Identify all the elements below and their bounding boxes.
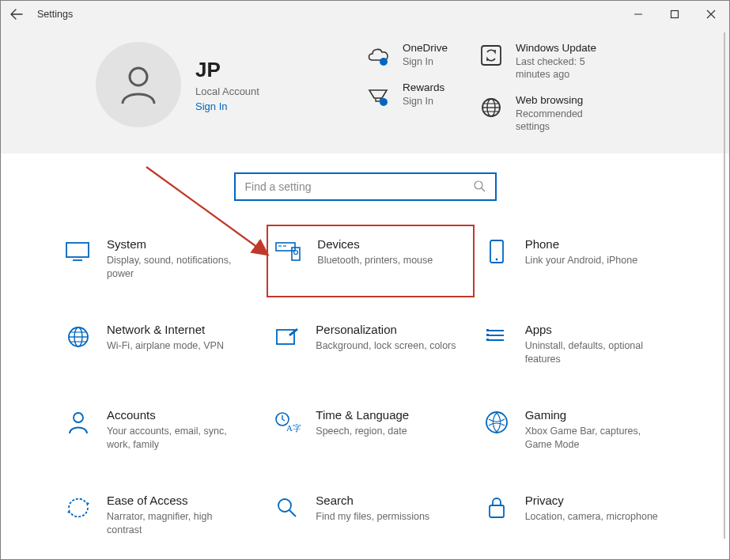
minimize-icon — [634, 9, 643, 19]
category-devices-title: Devices — [317, 237, 433, 251]
svg-rect-5 — [482, 46, 501, 65]
devices-icon — [274, 237, 303, 266]
category-apps[interactable]: Apps Uninstall, defaults, optional featu… — [479, 320, 680, 370]
window-controls — [620, 1, 729, 28]
category-accounts-sub: Your accounts, email, sync, work, family — [107, 425, 249, 452]
globe-dark-icon — [478, 94, 505, 121]
category-phone[interactable]: Phone Link your Android, iPhone — [479, 234, 680, 285]
category-personalization-title: Personalization — [316, 323, 456, 336]
accounts-icon — [64, 408, 93, 437]
category-ease-sub: Narrator, magnifier, high contrast — [107, 510, 249, 537]
user-account-type: Local Account — [195, 85, 259, 97]
svg-rect-27 — [277, 330, 294, 344]
header-panel: JP Local Account Sign In OneDrive Sig — [1, 28, 729, 153]
apps-icon — [482, 323, 511, 351]
user-block[interactable]: JP Local Account Sign In — [96, 42, 365, 127]
time-language-icon: A字 — [273, 408, 301, 437]
settings-window: Settings JP Local Account — [0, 0, 730, 560]
search-icon — [473, 180, 487, 194]
info-windows-update[interactable]: Windows Update Last checked: 5 minutes a… — [478, 42, 611, 81]
svg-text:A字: A字 — [286, 423, 301, 433]
searchbar-wrap — [1, 153, 729, 212]
svg-rect-33 — [486, 339, 489, 341]
rewards-icon — [365, 81, 391, 108]
user-name: JP — [195, 58, 259, 82]
category-search-title: Search — [316, 494, 429, 507]
maximize-button[interactable] — [656, 1, 693, 28]
svg-marker-39 — [67, 509, 70, 513]
system-icon — [64, 237, 93, 266]
info-web-browsing[interactable]: Web browsing Recommended settings — [478, 94, 611, 134]
close-button[interactable] — [693, 1, 729, 28]
info-update-sub: Last checked: 5 minutes ago — [516, 55, 611, 81]
svg-rect-32 — [486, 334, 489, 336]
category-time-sub: Speech, region, date — [316, 425, 409, 438]
category-system-sub: Display, sound, notifications, power — [107, 254, 249, 281]
category-gaming[interactable]: Gaming Xbox Game Bar, captures, Game Mod… — [479, 405, 680, 456]
category-personalization[interactable]: Personalization Background, lock screen,… — [270, 320, 471, 370]
category-accounts-title: Accounts — [107, 408, 249, 422]
svg-point-40 — [278, 499, 291, 512]
svg-rect-31 — [486, 329, 489, 331]
svg-rect-13 — [66, 243, 89, 257]
category-time-title: Time & Language — [316, 408, 409, 422]
category-apps-sub: Uninstall, defaults, optional features — [525, 339, 668, 366]
sync-icon — [478, 42, 505, 69]
category-accounts[interactable]: Accounts Your accounts, email, sync, wor… — [61, 405, 262, 456]
svg-point-21 — [495, 259, 497, 261]
category-devices-sub: Bluetooth, printers, mouse — [317, 254, 433, 267]
svg-line-12 — [482, 188, 485, 191]
scrollbar-thumb[interactable] — [724, 32, 725, 539]
search-input[interactable] — [244, 180, 473, 194]
info-rewards[interactable]: Rewards Sign In — [365, 81, 448, 108]
category-ease-title: Ease of Access — [107, 494, 249, 507]
info-onedrive[interactable]: OneDrive Sign In — [365, 42, 448, 69]
svg-rect-1 — [671, 11, 679, 18]
window-title: Settings — [32, 9, 620, 20]
category-network-sub: Wi-Fi, airplane mode, VPN — [107, 339, 224, 353]
svg-point-34 — [74, 413, 83, 422]
info-browsing-sub: Recommended settings — [516, 108, 611, 134]
category-personalization-sub: Background, lock screen, colors — [316, 339, 456, 353]
ease-of-access-icon — [64, 494, 93, 522]
svg-point-19 — [294, 251, 298, 255]
info-cards: OneDrive Sign In Rewards Sign I — [365, 42, 698, 133]
category-search-sub: Find my files, permissions — [316, 510, 429, 524]
svg-point-4 — [380, 98, 388, 106]
category-time-language[interactable]: A字 Time & Language Speech, region, date — [270, 405, 471, 456]
category-privacy[interactable]: Privacy Location, camera, microphone — [479, 490, 680, 541]
personalization-icon — [273, 323, 301, 351]
svg-point-37 — [486, 412, 507, 433]
category-privacy-sub: Location, camera, microphone — [525, 510, 658, 524]
category-apps-title: Apps — [525, 323, 668, 336]
category-search[interactable]: Search Find my files, permissions — [270, 490, 471, 541]
back-arrow-icon — [10, 8, 23, 21]
user-text: JP Local Account Sign In — [195, 58, 259, 112]
avatar — [96, 42, 181, 127]
maximize-icon — [670, 9, 679, 19]
svg-rect-42 — [490, 505, 504, 517]
svg-marker-38 — [86, 502, 89, 506]
category-ease-of-access[interactable]: Ease of Access Narrator, magnifier, high… — [61, 490, 262, 541]
category-devices[interactable]: Devices Bluetooth, printers, mouse — [267, 225, 474, 297]
category-system[interactable]: System Display, sound, notifications, po… — [61, 234, 262, 285]
category-phone-title: Phone — [525, 237, 637, 251]
minimize-button[interactable] — [620, 1, 656, 28]
scrollbar[interactable] — [720, 28, 728, 556]
user-signin-link[interactable]: Sign In — [195, 100, 259, 112]
categories-grid: System Display, sound, notifications, po… — [1, 212, 729, 549]
privacy-icon — [482, 494, 511, 522]
close-icon — [706, 9, 716, 19]
searchbar[interactable] — [234, 172, 497, 201]
svg-point-11 — [475, 181, 482, 189]
search-category-icon — [273, 494, 301, 522]
back-button[interactable] — [1, 1, 32, 28]
titlebar: Settings — [1, 1, 729, 28]
category-system-title: System — [107, 237, 249, 251]
phone-icon — [482, 237, 511, 266]
category-gaming-title: Gaming — [525, 408, 668, 422]
info-onedrive-title: OneDrive — [403, 42, 448, 54]
info-update-title: Windows Update — [516, 42, 611, 54]
category-network[interactable]: Network & Internet Wi-Fi, airplane mode,… — [61, 320, 262, 370]
category-gaming-sub: Xbox Game Bar, captures, Game Mode — [525, 425, 668, 452]
